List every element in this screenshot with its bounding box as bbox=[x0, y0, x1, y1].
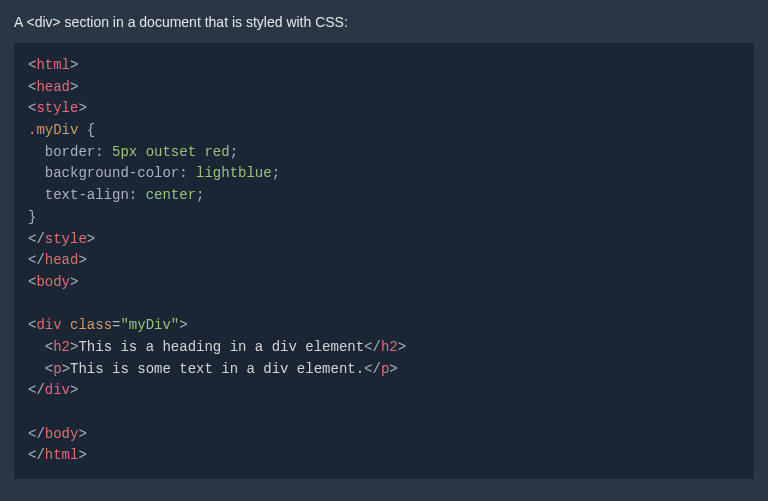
caption-text: A <div> section in a document that is st… bbox=[14, 12, 754, 33]
tag-html-open: html bbox=[36, 57, 70, 73]
css-prop-border: border bbox=[45, 144, 95, 160]
css-val-border: 5px outset red bbox=[112, 144, 230, 160]
tag-div-close: div bbox=[45, 382, 70, 398]
page-container: A <div> section in a document that is st… bbox=[0, 0, 768, 491]
tag-style-close: style bbox=[45, 231, 87, 247]
attr-class-name: class bbox=[70, 317, 112, 333]
tag-p-open: p bbox=[53, 361, 61, 377]
css-val-bg: lightblue bbox=[196, 165, 272, 181]
h2-text: This is a heading in a div element bbox=[78, 339, 364, 355]
code-block: <html> <head> <style> .myDiv { border: 5… bbox=[28, 55, 740, 467]
p-text: This is some text in a div element. bbox=[70, 361, 364, 377]
css-selector: .myDiv bbox=[28, 122, 78, 138]
css-open-brace: { bbox=[87, 122, 95, 138]
tag-html-close: html bbox=[45, 447, 79, 463]
tag-head-open: head bbox=[36, 79, 70, 95]
css-close-brace: } bbox=[28, 209, 36, 225]
tag-style-open: style bbox=[36, 100, 78, 116]
attr-class-val: "myDiv" bbox=[120, 317, 179, 333]
tag-div-open: div bbox=[36, 317, 61, 333]
css-val-ta: center bbox=[146, 187, 196, 203]
tag-head-close: head bbox=[45, 252, 79, 268]
tag-h2-close: h2 bbox=[381, 339, 398, 355]
tag-body-open: body bbox=[36, 274, 70, 290]
tag-body-close: body bbox=[45, 426, 79, 442]
css-prop-ta: text-align bbox=[45, 187, 129, 203]
code-panel: <html> <head> <style> .myDiv { border: 5… bbox=[14, 43, 754, 479]
css-prop-bg: background-color bbox=[45, 165, 179, 181]
tag-h2-open: h2 bbox=[53, 339, 70, 355]
